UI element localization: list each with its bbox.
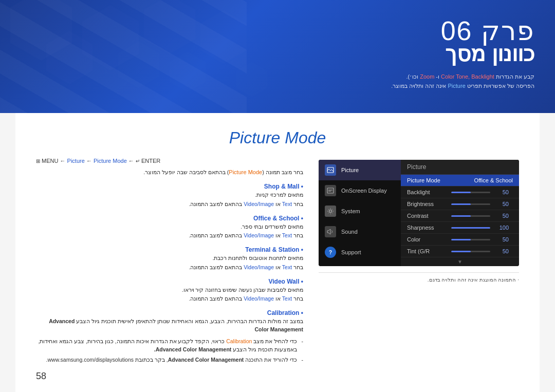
terminal-station-desc: מתאים לתחנות אוטובוס ולתחנות רכבת.	[36, 254, 303, 263]
calibration-bullet-2: כדי להוריד את התוכנה Advanced Color Mana…	[36, 356, 303, 364]
settings-row-contrast[interactable]: Contrast 50	[401, 210, 519, 222]
sharpness-label: Sharpness	[407, 225, 448, 231]
picture-link: Picture	[67, 158, 85, 164]
terminal-station-sub: בחר Text או Video/Image בהתאם למצב התמונ…	[36, 264, 303, 272]
office-school-title: Office & School •	[36, 215, 303, 222]
color-fill	[451, 239, 471, 240]
settings-row-backlight[interactable]: Backlight 50	[401, 186, 519, 198]
nav-item-system[interactable]: System	[319, 201, 401, 221]
chapter-title: כוונון מסך	[391, 41, 534, 66]
settings-header: Picture	[401, 160, 519, 175]
enter-label: ENTER	[141, 158, 160, 164]
settings-row-tint[interactable]: Tint (G/R 50	[401, 246, 519, 257]
office-school-desc: מתאים למשרדים ובתי ספר.	[36, 223, 303, 231]
shop-mall-desc: מתאים למרכזי קניות.	[36, 191, 303, 199]
video-wall-desc: מתאים לסביבות שבהן נעשה שימוש בחזונה קיר…	[36, 286, 303, 294]
settings-row-color[interactable]: Color 50	[401, 234, 519, 246]
picture-mode-link: Picture Mode	[94, 158, 127, 164]
calibration-section: Calibration • במצב זה מולות הגדרות הבהיר…	[36, 309, 303, 364]
menu-label: MENU ←	[42, 158, 67, 164]
desc-highlight-red: Color Tone, Backlight	[441, 73, 494, 80]
video-wall-sub: בחר Text או Video/Image בהתאם למצב התמונ…	[36, 295, 303, 303]
picture-icon	[325, 164, 336, 176]
calibration-title: Calibration •	[36, 309, 303, 316]
contrast-bar	[451, 215, 490, 217]
backlight-label: Backlight	[407, 189, 448, 195]
calibration-bullets: כדי להחיל את מצב Calibration כראוי, הקפד…	[36, 337, 303, 364]
picture-mode-label: Picture Mode	[407, 177, 448, 183]
main-content: Picture Mode ⊞ MENU ← Picture ← Picture …	[15, 113, 540, 392]
picture-mode-value: Office & School	[474, 177, 513, 183]
nav-item-support[interactable]: ? Support	[319, 242, 401, 263]
desc-text-mid: ו-	[434, 73, 441, 80]
intro-highlight: Picture Mode	[229, 169, 262, 175]
header-content: פרק 06 כוונון מסך קבע את הגדרות Color To…	[391, 0, 534, 90]
desc-line2-before: הפריסה של אפשרויות תפריט	[466, 83, 534, 89]
backlight-bar	[451, 192, 490, 193]
header-description: קבע את הגדרות Color Tone, Backlight ו- Z…	[391, 72, 534, 90]
osd-icon	[325, 185, 336, 196]
system-icon	[325, 206, 336, 217]
header-desc-line1: קבע את הגדרות Color Tone, Backlight ו- Z…	[391, 72, 534, 82]
support-icon: ?	[325, 247, 336, 258]
nav-osd-label: OnScreen Display	[341, 188, 387, 194]
sharpness-fill	[451, 227, 490, 229]
desc-highlight-red2: Zoom	[420, 73, 434, 80]
settings-row-brightness[interactable]: Brightness 50	[401, 198, 519, 210]
nav-item-osd[interactable]: OnScreen Display	[319, 180, 401, 201]
sound-icon	[325, 226, 336, 237]
mode-shop-mall: Shop & Mall • מתאים למרכזי קניות. בחר Te…	[36, 183, 303, 209]
page-title: Picture Mode	[36, 128, 519, 147]
nav-picture-label: Picture	[341, 167, 359, 173]
brightness-value: 50	[493, 201, 509, 207]
sharpness-bar	[451, 227, 490, 229]
color-bar	[451, 239, 490, 240]
intro-text: בחר מצב תמונה (Picture Mode) בהתאם לסביב…	[36, 169, 303, 176]
ui-column: Picture OnScreen Display	[319, 158, 519, 283]
backlight-fill	[451, 192, 471, 193]
content-columns: ⊞ MENU ← Picture ← Picture Mode ← ↵ ENTE…	[36, 158, 519, 366]
mode-video-wall: Video Wall • מתאים לסביבות שבהן נעשה שימ…	[36, 278, 303, 304]
color-label: Color	[407, 236, 448, 242]
nav-panel: Picture OnScreen Display	[319, 160, 401, 266]
desc-picture: Picture	[448, 83, 466, 89]
calibration-bullet-1: כדי להחיל את מצב Calibration כראוי, הקפד…	[36, 337, 303, 354]
brightness-bar	[451, 203, 490, 205]
enter-icon: ↵	[136, 158, 140, 164]
svg-rect-0	[327, 167, 334, 173]
nav-system-label: System	[341, 208, 360, 214]
nav-item-sound[interactable]: Sound	[319, 221, 401, 242]
mode-terminal-station: Terminal & Station • מתאים לתחנות אוטובו…	[36, 246, 303, 272]
menu-icon: ⊞	[36, 158, 40, 164]
contrast-value: 50	[493, 213, 509, 219]
svg-point-4	[329, 210, 332, 213]
settings-row-picture-mode[interactable]: Picture Mode Office & School	[401, 175, 519, 186]
contrast-fill	[451, 215, 471, 217]
tint-value: 50	[493, 248, 509, 254]
shop-mall-sub: בחר Text או Video/Image בהתאם למצב התמונ…	[36, 200, 303, 209]
nav-item-picture[interactable]: Picture	[319, 160, 401, 180]
contrast-label: Contrast	[407, 213, 448, 219]
video-wall-title: Video Wall •	[36, 278, 303, 285]
nav-support-label: Support	[341, 249, 361, 255]
tint-label: Tint (G/R	[407, 248, 448, 254]
svg-rect-1	[327, 188, 334, 193]
sharpness-value: 100	[493, 225, 509, 231]
desc-text-before: קבע את הגדרות	[494, 73, 534, 80]
backlight-value: 50	[493, 189, 509, 195]
calibration-desc: במצב זה מולות הגדרות הבהירות, הצבע, הגמא…	[36, 318, 303, 334]
arrow1: ←	[86, 158, 94, 164]
nav-sound-label: Sound	[341, 229, 358, 235]
mode-office-school: Office & School • מתאים למשרדים ובתי ספר…	[36, 215, 303, 240]
desc-text-end: וכו׳).	[406, 73, 420, 80]
header-desc-line2: הפריסה של אפשרויות תפריט Picture אינה זה…	[391, 82, 534, 91]
osd-container: Picture OnScreen Display	[319, 160, 519, 266]
tint-fill	[451, 251, 471, 252]
ui-note: התמונה המוצגת אינה זהה ותלויה בדגם.	[319, 272, 519, 283]
terminal-station-title: Terminal & Station •	[36, 246, 303, 253]
settings-row-sharpness[interactable]: Sharpness 100	[401, 222, 519, 234]
office-school-sub: בחר Text או Video/Image בהתאם למצב התמונ…	[36, 232, 303, 240]
brightness-label: Brightness	[407, 201, 448, 207]
settings-panel: Picture Picture Mode Office & School Bac…	[401, 160, 519, 266]
text-column: ⊞ MENU ← Picture ← Picture Mode ← ↵ ENTE…	[36, 158, 303, 366]
